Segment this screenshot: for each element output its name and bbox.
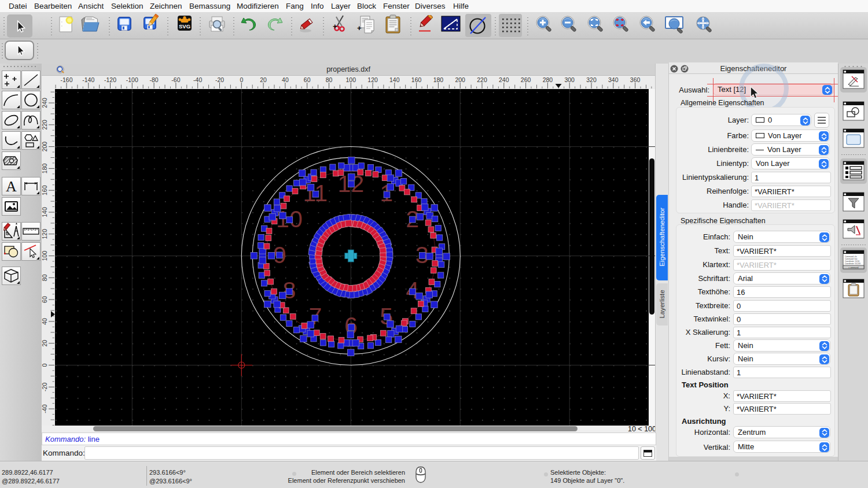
svg-text:320: 320 — [586, 76, 597, 83]
svg-text:200: 200 — [455, 76, 465, 83]
svg-text:280: 280 — [543, 76, 553, 83]
svg-text:-100: -100 — [126, 76, 138, 83]
svg-text:200: 200 — [42, 142, 48, 152]
svg-text:c ommand: c ommand — [849, 267, 859, 269]
svg-text:180: 180 — [42, 163, 48, 173]
svg-text:240: 240 — [42, 98, 48, 108]
svg-text:80: 80 — [326, 76, 333, 83]
svg-text:+: + — [333, 22, 337, 31]
svg-text:80: 80 — [42, 274, 48, 281]
svg-text:-40: -40 — [193, 76, 202, 83]
svg-text:0: 0 — [42, 363, 48, 367]
svg-text:-20: -20 — [215, 76, 224, 83]
svg-text:120: 120 — [42, 229, 48, 239]
svg-text:+: + — [357, 24, 362, 32]
svg-text:-120: -120 — [104, 76, 116, 83]
svg-text:140: 140 — [42, 207, 48, 217]
svg-text:-40: -40 — [42, 404, 48, 413]
svg-text:SVG: SVG — [179, 23, 190, 29]
svg-text:40: 40 — [42, 318, 48, 325]
svg-text:260: 260 — [521, 76, 531, 83]
svg-text:60: 60 — [304, 76, 311, 83]
svg-text:300: 300 — [564, 76, 575, 83]
svg-text:140: 140 — [389, 76, 400, 83]
svg-text:180: 180 — [433, 76, 444, 83]
svg-text:20: 20 — [260, 76, 267, 83]
svg-text:100: 100 — [42, 251, 48, 261]
svg-text:Coordinate: 50,100: Coordinate: 50,100 — [845, 263, 860, 265]
svg-text:60: 60 — [42, 296, 48, 303]
svg-text:120: 120 — [367, 76, 378, 83]
svg-text:-60: -60 — [171, 76, 180, 83]
svg-text:360: 360 — [630, 76, 641, 83]
svg-text:A: A — [6, 178, 17, 195]
svg-text:220: 220 — [477, 76, 487, 83]
svg-text:220: 220 — [42, 120, 48, 130]
svg-text:0: 0 — [240, 76, 243, 83]
svg-text:340: 340 — [608, 76, 619, 83]
svg-text:40: 40 — [282, 76, 289, 83]
svg-text:240: 240 — [499, 76, 509, 83]
svg-text:-140: -140 — [82, 76, 94, 83]
svg-text:-160: -160 — [60, 76, 72, 83]
svg-text:-80: -80 — [150, 76, 159, 83]
svg-text:100: 100 — [346, 76, 356, 83]
svg-text:160: 160 — [411, 76, 422, 83]
svg-text:160: 160 — [42, 185, 48, 195]
svg-text:-20: -20 — [42, 383, 48, 391]
svg-text:20: 20 — [42, 340, 48, 347]
